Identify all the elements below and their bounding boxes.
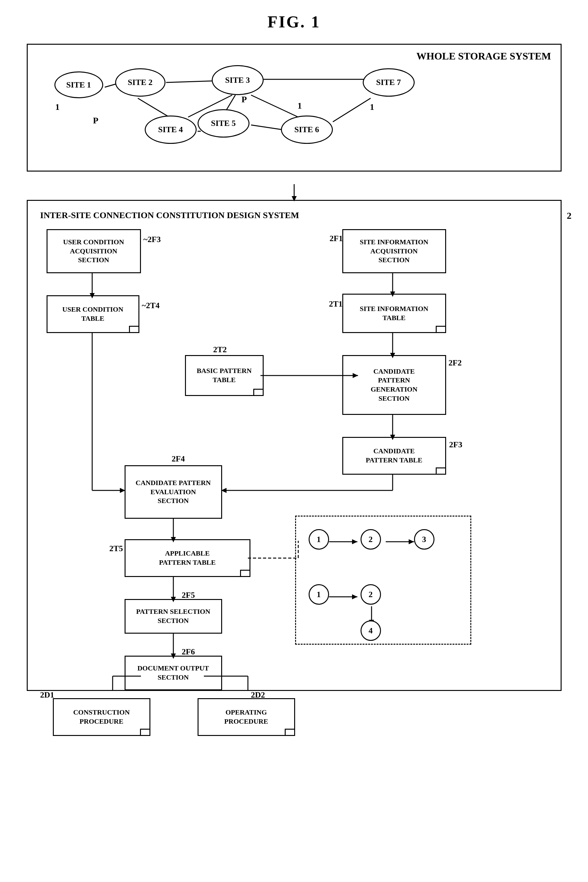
ref-2f6: 2F6 [182,647,195,657]
connection-lines-svg [37,54,551,161]
document-output-box: DOCUMENT OUTPUT SECTION [124,656,222,690]
site3-node: SITE 3 [212,65,264,95]
sites-area: SITE 1 SITE 2 SITE 3 SITE 4 SITE 5 SITE … [37,54,551,161]
ref-1a: 1 [56,102,60,112]
ref-2-label: 2 [567,210,572,221]
site5-node: SITE 5 [198,109,249,138]
ref-2f2: 2F2 [448,358,462,368]
pattern-node-3: 3 [414,529,435,550]
pattern-node-1b: 1 [309,584,329,605]
page-title: FIG. 1 [267,13,320,31]
flow-arrows-svg [28,201,561,690]
site1-node: SITE 1 [54,71,103,98]
site6-node: SITE 6 [281,116,333,144]
pattern-node-1a: 1 [309,529,329,550]
site7-node: SITE 7 [363,68,415,97]
candidate-pattern-table-box: CANDIDATE PATTERN TABLE [342,437,446,475]
pattern-node-2b: 2 [360,584,381,605]
svg-line-0 [105,84,116,87]
top-diagram: WHOLE STORAGE SYSTEM SIT [27,44,562,171]
operating-procedure-box: OPERATING PROCEDURE [198,698,295,736]
ref-2f3-user: ~2F3 [144,235,161,244]
ref-2t1: 2T1 [329,299,343,309]
construction-procedure-box: CONSTRUCTION PROCEDURE [53,698,150,736]
ref-2f1: 2F1 [330,234,343,243]
design-system-label: INTER-SITE CONNECTION CONSTITUTION DESIG… [40,210,548,220]
ref-P-right: P [242,95,247,105]
user-condition-table-box: USER CONDITION TABLE [46,295,140,333]
applicable-pattern-table-box: APPLICABLE PATTERN TABLE [124,539,250,577]
pattern-node-2a: 2 [360,529,381,550]
ref-2f5: 2F5 [182,591,195,600]
site-information-table-box: SITE INFORMATION TABLE [342,294,446,333]
ref-1c: 1 [370,102,374,112]
site-info-acquisition-box: SITE INFORMATION ACQUISITION SECTION [342,229,446,273]
ref-2f4: 2F4 [172,454,185,464]
candidate-pattern-gen-box: CANDIDATE PATTERN GENERATION SECTION [342,355,446,415]
pattern-selection-box: PATTERN SELECTION SECTION [124,599,222,634]
ref-2t2: 2T2 [213,345,227,355]
svg-line-9 [333,98,370,122]
bottom-diagram: INTER-SITE CONNECTION CONSTITUTION DESIG… [27,200,562,691]
svg-marker-45 [409,539,414,544]
svg-line-7 [251,125,282,130]
basic-pattern-table-box: BASIC PATTERN TABLE [185,355,264,396]
ref-P-left: P [93,116,99,126]
ref-1b: 1 [298,101,302,111]
svg-marker-43 [352,539,357,544]
svg-marker-47 [352,594,357,600]
site2-node: SITE 2 [115,68,165,97]
svg-line-3 [251,95,298,117]
svg-line-5 [138,98,169,117]
ref-2t4: ~2T4 [142,301,160,310]
site4-node: SITE 4 [145,116,196,144]
svg-line-1 [166,81,213,83]
pattern-node-4: 4 [360,621,381,641]
ref-2t5: 2T5 [110,544,123,553]
user-condition-acquisition-box: USER CONDITION ACQUISITION SECTION [46,229,141,273]
candidate-pattern-eval-box: CANDIDATE PATTERN EVALUATION SECTION [124,465,222,519]
ref-2d2: 2D2 [251,690,265,700]
ref-2d1: 2D1 [40,690,54,700]
ref-2f3-candidate: 2F3 [449,440,462,449]
pattern-dashed-box: 1 2 3 1 2 4 [295,515,471,645]
